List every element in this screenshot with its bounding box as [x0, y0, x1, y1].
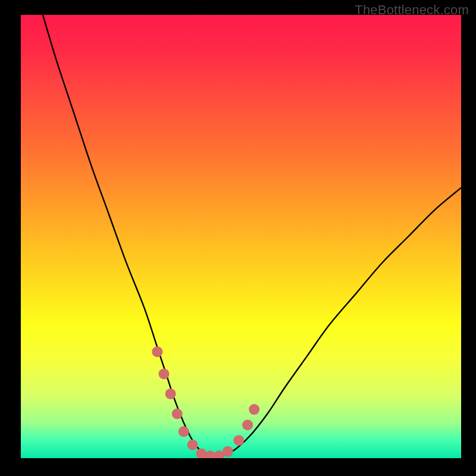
curve-marker	[152, 346, 162, 357]
curve-marker	[242, 419, 253, 430]
chart-svg	[21, 15, 461, 458]
chart-frame: TheBottleneck.com	[0, 0, 476, 476]
curve-marker	[172, 409, 183, 419]
watermark-text: TheBottleneck.com	[355, 2, 469, 18]
curve-marker	[249, 404, 259, 415]
curve-marker	[178, 426, 189, 437]
curve-marker	[187, 440, 198, 450]
curve-marker	[159, 368, 170, 379]
curve-marker	[165, 389, 176, 399]
plot-area	[21, 15, 461, 458]
curve-marker	[223, 446, 233, 457]
curve-marker	[233, 435, 244, 446]
curve-markers	[152, 346, 259, 458]
bottleneck-curve	[43, 15, 461, 456]
